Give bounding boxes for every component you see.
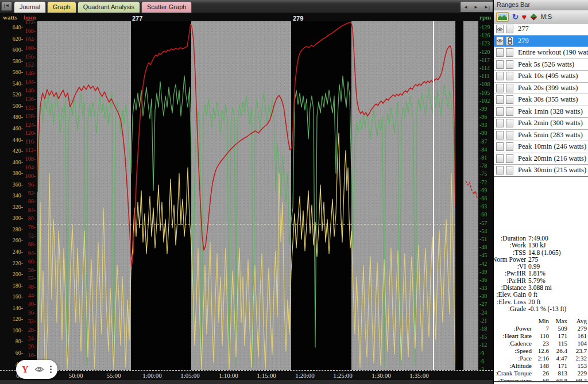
minmax-row: Heart Rate:110171161bpm <box>494 332 588 340</box>
visibility-checkbox[interactable] <box>496 72 504 80</box>
chart-plot-area[interactable] <box>37 21 455 370</box>
visibility-checkbox[interactable] <box>496 166 504 174</box>
visibility-checkbox[interactable] <box>496 131 504 139</box>
rpm-tick: -72 <box>479 179 487 185</box>
visibility-checkbox[interactable] <box>496 25 504 33</box>
summary-stats: Duration:7:49.00Work:130 kJTSS:14.8 (1.0… <box>494 235 588 312</box>
range-row[interactable]: Peak 1min (328 watts) <box>494 106 588 118</box>
range-row[interactable]: Peak 20min (216 watts) <box>494 153 588 165</box>
range-label: Peak 1min (328 watts) <box>518 107 583 116</box>
tab-graph[interactable]: Graph <box>47 1 76 13</box>
link-checkbox[interactable] <box>506 131 513 139</box>
range-row[interactable]: Peak 20s (399 watts) <box>494 83 588 95</box>
rpm-tick: -90 <box>479 130 487 136</box>
visibility-checkbox[interactable] <box>496 37 504 45</box>
range-row[interactable]: Peak 5s (526 watts) <box>494 59 588 71</box>
kebab-menu-icon[interactable] <box>50 366 52 373</box>
link-checkbox[interactable] <box>506 84 513 92</box>
visibility-checkbox[interactable] <box>496 119 504 127</box>
range-label: Peak 10s (495 watts) <box>518 72 578 80</box>
bpm-tick: 56- <box>14 267 36 273</box>
range-row[interactable]: 279 <box>494 36 588 48</box>
bpm-tick: 96- <box>14 181 36 188</box>
visibility-checkbox[interactable] <box>496 48 504 57</box>
range-row[interactable]: 277 <box>494 24 588 36</box>
nav-last-icon[interactable]: ►| <box>484 5 490 10</box>
bpm-tick: 152- <box>14 61 36 68</box>
rpm-tick: -21 <box>479 317 487 324</box>
stat-row: Norm Power:275 <box>494 256 588 263</box>
rpm-tick: -27 <box>479 301 487 307</box>
minmax-table: MinMaxAvgPower:7509279wattsHeart Rate:11… <box>494 317 588 382</box>
minmax-label: Cadence: <box>494 340 533 347</box>
ranges-bar-toolbar: ↻ ♥ M:S <box>494 10 588 24</box>
visibility-checkbox[interactable] <box>496 107 504 116</box>
visibility-checkbox[interactable] <box>496 154 504 163</box>
bpm-tick: 140- <box>14 87 36 94</box>
y-axis-toggle-button[interactable]: Y <box>22 364 29 375</box>
bpm-tick: 128- <box>14 113 36 119</box>
link-checkbox[interactable] <box>506 119 513 127</box>
visibility-checkbox[interactable] <box>496 60 504 69</box>
bpm-tick: 92- <box>14 190 36 196</box>
range-row[interactable]: Peak 30min (215 watts) <box>494 165 588 177</box>
link-checkbox[interactable] <box>506 95 513 104</box>
rpm-tick: -15 <box>479 333 487 340</box>
range-row[interactable]: Entire workout (190 watts) <box>494 47 588 59</box>
first-page-icon[interactable]: |◄ <box>1 1 12 11</box>
refresh-icon[interactable]: ↻ <box>512 13 519 21</box>
range-row[interactable]: Peak 5min (283 watts) <box>494 130 588 142</box>
nav-next-icon[interactable]: ► <box>474 5 478 10</box>
minmax-avg: 161 <box>567 332 587 340</box>
area-chart-icon[interactable] <box>496 12 509 22</box>
minmax-min: 23 <box>533 340 549 347</box>
link-checkbox[interactable] <box>506 107 513 116</box>
heart-icon[interactable]: ♥ <box>522 13 527 21</box>
rpm-tick: -81 <box>479 154 487 161</box>
tab-scatter-graph[interactable]: Scatter Graph <box>141 1 192 13</box>
link-checkbox[interactable] <box>506 142 513 151</box>
stat-row: Elev. Gain:0 ft <box>494 291 588 298</box>
link-checkbox[interactable] <box>506 154 513 163</box>
bpm-tick: 20- <box>14 343 36 350</box>
eye-icon[interactable] <box>34 366 44 373</box>
range-row[interactable]: Peak 2min (300 watts) <box>494 118 588 130</box>
minmax-header: Avg <box>567 317 587 325</box>
link-checkbox[interactable] <box>506 60 513 69</box>
nav-prev-icon[interactable]: ◄ <box>463 5 468 10</box>
stat-row: Grade:-0.1 % (-13 ft) <box>494 305 588 312</box>
range-row[interactable]: Peak 10min (246 watts) <box>494 141 588 153</box>
minmax-label: Temperature: <box>494 377 533 382</box>
diamond-icon[interactable] <box>530 13 537 21</box>
time-tick-label: 1:35:00 <box>409 372 429 379</box>
stat-label: Pw:HR: <box>494 270 526 277</box>
visibility-checkbox[interactable] <box>496 84 504 92</box>
tab-nav-buttons: ◄►►| <box>460 2 493 12</box>
link-checkbox[interactable] <box>506 25 513 33</box>
link-checkbox[interactable] <box>506 37 513 45</box>
link-checkbox[interactable] <box>506 166 513 174</box>
visibility-checkbox[interactable] <box>496 142 504 151</box>
link-checkbox[interactable] <box>506 48 513 57</box>
chart-canvas <box>37 21 455 370</box>
bpm-tick: 40- <box>14 301 36 307</box>
minmax-avg: 153 <box>567 362 587 370</box>
tab-quadrant-analysis[interactable]: Quadrant Analysis <box>78 1 140 13</box>
minmax-max: 115 <box>549 340 567 347</box>
stat-value: 7:49.00 <box>528 235 588 242</box>
bpm-tick: 136- <box>14 96 36 102</box>
minmax-row: Altitude:148171153ft <box>494 362 588 370</box>
link-checkbox[interactable] <box>506 72 513 80</box>
range-row[interactable]: Peak 10s (495 watts) <box>494 71 588 83</box>
minmax-row: Speed:12.626.423.7mph <box>494 347 588 355</box>
time-tick-label: 1:25:00 <box>333 372 353 379</box>
bpm-tick: 88- <box>14 198 36 204</box>
stat-label: Norm Power: <box>494 256 526 263</box>
rpm-tick: -9 <box>479 350 484 356</box>
ms-toggle[interactable]: M:S <box>541 13 552 20</box>
range-row[interactable]: Peak 30s (355 watts) <box>494 94 588 106</box>
tab-journal[interactable]: Journal <box>14 1 46 13</box>
minmax-row: Cadence:23115104rpm <box>494 340 588 347</box>
range-label: Peak 5min (283 watts) <box>518 131 583 139</box>
visibility-checkbox[interactable] <box>496 95 504 104</box>
